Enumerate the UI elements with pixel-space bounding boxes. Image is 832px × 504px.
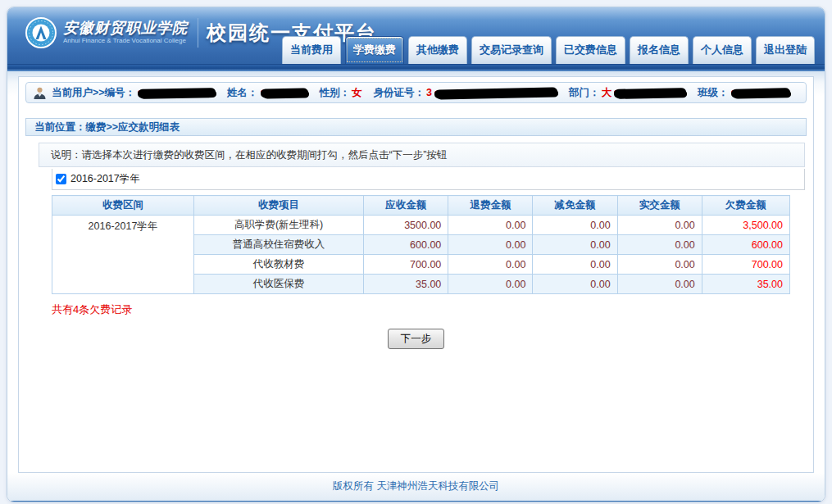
item-cell: 高职学费(新生理科) <box>193 216 363 235</box>
tab-transaction-history[interactable]: 交易记录查询 <box>471 36 552 64</box>
name-label: 姓名： <box>227 86 258 100</box>
fees-table: 收费区间 收费项目 应收金额 退费金额 减免金额 实交金额 欠费金额 2016-… <box>52 195 790 294</box>
waiver-cell: 0.00 <box>533 275 617 294</box>
current-user-bar: 当前用户>>编号： 姓名： 性别：女 身份证号：3 部门：大 班级： <box>25 82 807 103</box>
refund-cell: 0.00 <box>448 235 533 255</box>
main-window: 安徽财贸职业学院 Anhui Finance & Trade Vocationa… <box>7 7 825 502</box>
period-checkbox-label: 2016-2017学年 <box>70 172 140 186</box>
waiver-cell: 0.00 <box>533 255 617 275</box>
refund-cell: 0.00 <box>448 275 533 294</box>
owed-cell: 700.00 <box>702 255 789 275</box>
redacted-name <box>261 88 308 98</box>
due-cell: 35.00 <box>364 275 448 294</box>
header: 安徽财贸职业学院 Anhui Finance & Trade Vocationa… <box>7 7 825 65</box>
header-bottom-strip <box>7 65 825 71</box>
col-header-refund: 退费金额 <box>448 196 533 216</box>
redacted-department <box>614 88 686 98</box>
tab-registration-info[interactable]: 报名信息 <box>630 36 689 64</box>
due-cell: 3500.00 <box>364 216 448 235</box>
next-step-button[interactable]: 下一步 <box>388 329 445 349</box>
department-label: 部门： <box>569 86 600 100</box>
owed-cell: 35.00 <box>702 275 789 294</box>
button-row: 下一步 <box>25 329 807 349</box>
gender-label: 性别： <box>320 86 351 100</box>
col-header-item: 收费项目 <box>193 196 363 216</box>
college-name-en: Anhui Finance & Trade Vocational College <box>63 38 188 44</box>
col-header-owed: 欠费金额 <box>702 196 789 216</box>
waiver-cell: 0.00 <box>533 216 617 235</box>
paid-cell: 0.00 <box>617 275 702 294</box>
college-name: 安徽财贸职业学院 <box>63 20 188 36</box>
footer-bottom-bar <box>7 501 825 502</box>
item-cell: 代收医保费 <box>193 275 363 294</box>
department-partial-value: 大 <box>602 86 612 100</box>
period-cell: 2016-2017学年 <box>52 216 194 294</box>
title-divider <box>198 18 198 48</box>
col-header-waiver: 减免金额 <box>533 196 617 216</box>
item-cell: 代收教材费 <box>193 255 363 275</box>
period-checkbox[interactable] <box>56 174 66 184</box>
arrears-summary: 共有4条欠费记录 <box>52 302 807 317</box>
gender-value: 女 <box>352 86 362 100</box>
owed-cell: 600.00 <box>702 235 789 255</box>
id-number-label: 身份证号： <box>374 86 425 100</box>
waiver-cell: 0.00 <box>533 235 617 255</box>
paid-cell: 0.00 <box>617 216 702 235</box>
due-cell: 600.00 <box>364 235 448 255</box>
tab-current-fees[interactable]: 当前费用 <box>282 36 341 64</box>
table-header-row: 收费区间 收费项目 应收金额 退费金额 减免金额 实交金额 欠费金额 <box>52 196 790 216</box>
tab-other-payment[interactable]: 其他缴费 <box>408 36 467 64</box>
footer-copyright: 版权所有 天津神州浩天科技有限公司 <box>7 473 825 501</box>
owed-cell: 3,500.00 <box>702 216 789 235</box>
col-header-paid: 实交金额 <box>617 196 702 216</box>
refund-cell: 0.00 <box>448 216 533 235</box>
content-box: 当前用户>>编号： 姓名： 性别：女 身份证号：3 部门：大 班级： 当前位置：… <box>18 76 814 473</box>
redacted-id-number <box>434 87 557 98</box>
nav-tabs: 当前费用 学费缴费 其他缴费 交易记录查询 已交费信息 报名信息 个人信息 退出… <box>278 36 815 64</box>
period-checkbox-row: 2016-2017学年 <box>52 169 805 190</box>
due-cell: 700.00 <box>364 255 448 275</box>
paid-cell: 0.00 <box>617 235 702 255</box>
college-logo-icon <box>25 17 57 48</box>
body-area: 当前用户>>编号： 姓名： 性别：女 身份证号：3 部门：大 班级： 当前位置：… <box>7 71 825 473</box>
tab-logout[interactable]: 退出登陆 <box>756 36 815 64</box>
col-header-period: 收费区间 <box>52 196 194 216</box>
user-icon <box>33 86 47 100</box>
id-partial-value: 3 <box>426 87 432 98</box>
redacted-user-number <box>138 88 216 98</box>
col-header-due: 应收金额 <box>364 196 448 216</box>
tab-paid-info[interactable]: 已交费信息 <box>556 36 625 64</box>
user-number-label: 当前用户>>编号： <box>52 86 135 100</box>
tab-personal-info[interactable]: 个人信息 <box>693 36 752 64</box>
instruction-text: 说明：请选择本次进行缴费的收费区间，在相应的收费期间打勾，然后点击“下一步”按钮 <box>39 143 805 167</box>
tab-tuition-payment[interactable]: 学费缴费 <box>345 36 404 64</box>
paid-cell: 0.00 <box>617 255 702 275</box>
table-row: 2016-2017学年 高职学费(新生理科) 3500.00 0.00 0.00… <box>52 216 790 235</box>
college-name-block: 安徽财贸职业学院 Anhui Finance & Trade Vocationa… <box>63 20 188 44</box>
refund-cell: 0.00 <box>448 255 533 275</box>
item-cell: 普通高校住宿费收入 <box>193 235 363 255</box>
class-label: 班级： <box>698 86 729 100</box>
breadcrumb: 当前位置：缴费>>应交款明细表 <box>25 118 807 136</box>
redacted-class <box>730 88 789 98</box>
